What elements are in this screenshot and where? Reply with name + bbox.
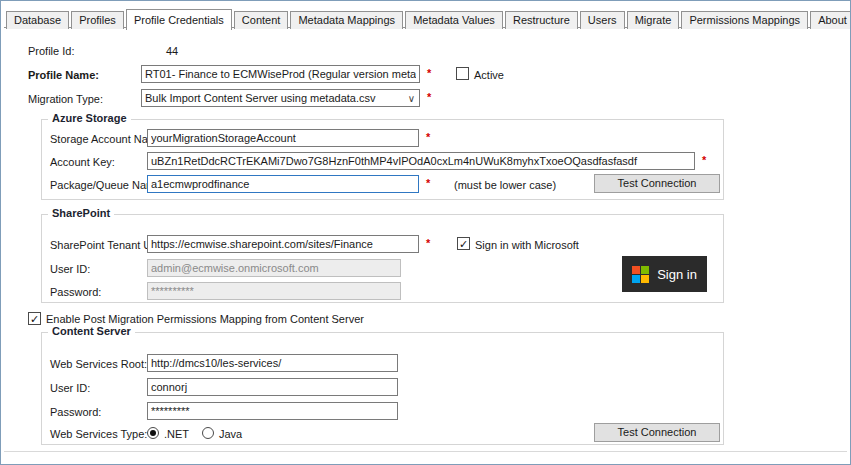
package-queue-required-marker: * <box>426 177 430 189</box>
content-server-test-connection-button[interactable]: Test Connection <box>594 423 720 442</box>
ws-type-java-radio[interactable] <box>202 427 214 439</box>
active-checkbox[interactable] <box>456 67 469 80</box>
sharepoint-password-label: Password: <box>50 286 101 298</box>
storage-account-name-input[interactable] <box>147 129 419 147</box>
enable-post-migration-permissions-label: Enable Post Migration Permissions Mappin… <box>46 313 364 325</box>
content-server-password-input[interactable] <box>147 402 398 420</box>
content-server-password-label: Password: <box>50 406 101 418</box>
package-lowercase-hint: (must be lower case) <box>454 179 556 191</box>
ws-type-net-label: .NET <box>164 428 189 440</box>
storage-account-required-marker: * <box>426 131 430 143</box>
content-server-user-id-label: User ID: <box>50 382 90 394</box>
package-queue-name-input[interactable] <box>147 175 419 193</box>
sharepoint-group-title: SharePoint <box>48 207 114 219</box>
sharepoint-group: SharePoint SharePoint Tenant URL: * ✓ Si… <box>41 214 724 303</box>
ws-type-java-label: Java <box>219 428 242 440</box>
sharepoint-tenant-url-input[interactable] <box>147 235 419 253</box>
tab-metadata-mappings[interactable]: Metadata Mappings <box>290 11 403 29</box>
app-window: { "tabs": { "items": [ {"label": "Databa… <box>0 0 851 465</box>
sign-in-with-microsoft-checkbox[interactable]: ✓ <box>457 237 470 250</box>
migration-type-value: Bulk Import Content Server using metadat… <box>145 92 376 104</box>
azure-storage-group: Azure Storage Storage Account Name: * Ac… <box>41 119 724 200</box>
tab-database[interactable]: Database <box>6 11 69 29</box>
tab-permissions-mappings[interactable]: Permissions Mappings <box>681 11 808 29</box>
sharepoint-user-id-label: User ID: <box>50 263 90 275</box>
microsoft-sign-in-button[interactable]: Sign in <box>622 256 707 292</box>
migration-type-dropdown[interactable]: Bulk Import Content Server using metadat… <box>141 89 420 107</box>
web-services-root-input[interactable] <box>147 354 398 372</box>
tab-metadata-values[interactable]: Metadata Values <box>405 11 503 29</box>
profile-name-input[interactable] <box>141 65 420 83</box>
profile-name-required-marker: * <box>427 67 431 79</box>
sign-in-with-microsoft-label: Sign in with Microsoft <box>475 239 579 251</box>
active-checkbox-label: Active <box>474 69 504 81</box>
tab-profiles[interactable]: Profiles <box>71 11 124 29</box>
azure-storage-group-title: Azure Storage <box>48 112 131 124</box>
profile-id-label: Profile Id: <box>28 45 74 57</box>
content-server-user-id-input[interactable] <box>147 378 398 396</box>
account-key-label: Account Key: <box>50 156 115 168</box>
tab-profile-credentials[interactable]: Profile Credentials <box>126 9 232 30</box>
web-services-root-label: Web Services Root: <box>50 358 147 370</box>
sharepoint-password-input <box>147 282 401 300</box>
tab-strip: Database Profiles Profile Credentials Co… <box>4 9 847 28</box>
migration-type-required-marker: * <box>427 91 431 103</box>
tab-migrate[interactable]: Migrate <box>627 11 680 29</box>
account-key-input[interactable] <box>147 152 695 170</box>
chevron-down-icon: ∨ <box>408 91 415 107</box>
microsoft-logo-icon <box>632 266 649 283</box>
content-server-group-title: Content Server <box>48 325 135 337</box>
azure-test-connection-button[interactable]: Test Connection <box>594 174 720 193</box>
ws-type-net-radio[interactable] <box>147 427 159 439</box>
enable-post-migration-permissions-checkbox[interactable]: ✓ <box>28 312 41 325</box>
tab-users[interactable]: Users <box>580 11 625 29</box>
sharepoint-user-id-input <box>147 259 401 277</box>
content-server-group: Content Server Web Services Root: User I… <box>41 332 724 445</box>
sign-in-button-label: Sign in <box>657 267 697 282</box>
tab-content[interactable]: Content <box>234 11 289 29</box>
profile-id-value: 44 <box>166 45 178 57</box>
tab-restructure[interactable]: Restructure <box>505 11 578 29</box>
web-services-type-label: Web Services Type: <box>50 428 147 440</box>
bottom-divider <box>4 451 847 452</box>
migration-type-label: Migration Type: <box>28 93 103 105</box>
profile-name-label: Profile Name: <box>28 69 99 81</box>
account-key-required-marker: * <box>702 154 706 166</box>
tab-about[interactable]: About <box>810 11 851 29</box>
tenant-url-required-marker: * <box>426 237 430 249</box>
